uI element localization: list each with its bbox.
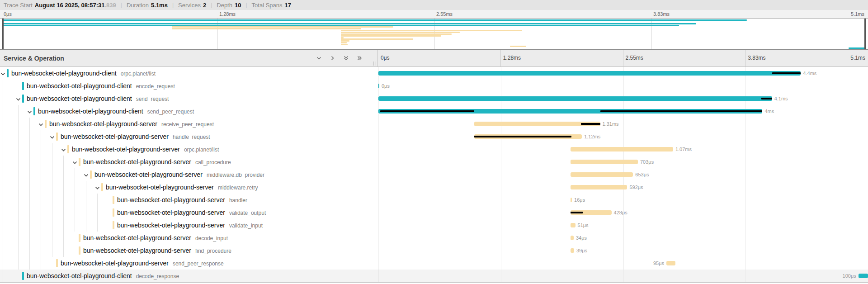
indent-guide <box>52 206 52 219</box>
span-bar[interactable] <box>571 160 638 164</box>
span-row[interactable]: bun-websocket-otel-playground-servercall… <box>0 156 868 168</box>
span-name: bun-websocket-otel-playground-serverhand… <box>61 130 210 143</box>
indent-guide <box>29 232 30 244</box>
span-row[interactable]: bun-websocket-otel-playground-clientenco… <box>0 80 868 92</box>
span-row[interactable]: bun-websocket-otel-playground-clientdeco… <box>0 270 868 282</box>
collapse-chevron-icon[interactable] <box>72 159 78 167</box>
double-chevron-down-icon[interactable] <box>343 55 349 62</box>
span-row-timeline-cell: 4.1ms <box>378 92 868 105</box>
span-row[interactable]: bun-websocket-otel-playground-servervali… <box>0 206 868 219</box>
timeline-gridline <box>623 80 624 92</box>
span-row[interactable]: bun-websocket-otel-playground-servermidd… <box>0 168 868 181</box>
span-row[interactable]: bun-websocket-otel-playground-serverrece… <box>0 118 868 130</box>
indent-guide <box>3 270 3 282</box>
span-row[interactable]: bun-websocket-otel-playground-serversend… <box>0 257 868 270</box>
collapse-chevron-icon[interactable] <box>27 109 33 117</box>
span-duration-label: 4ms <box>764 105 774 118</box>
service-name: bun-websocket-otel-playground-server <box>106 184 214 191</box>
span-row[interactable]: bun-websocket-otel-playground-servervali… <box>0 219 868 232</box>
span-bar[interactable] <box>378 84 379 88</box>
indent-guide <box>63 232 64 244</box>
timeline-gridline <box>745 219 746 232</box>
column-resizer-handle[interactable] <box>373 62 376 66</box>
span-row[interactable]: bun-websocket-otel-playground-serverorpc… <box>0 143 868 156</box>
collapse-chevron-icon[interactable] <box>38 121 44 129</box>
span-row[interactable]: bun-websocket-otel-playground-clientorpc… <box>0 67 868 80</box>
operation-name: validate_input <box>229 222 263 229</box>
timeline-gridline <box>745 232 746 244</box>
trace-start-label: Trace Start <box>4 2 33 9</box>
span-row-name-cell: bun-websocket-otel-playground-serversend… <box>0 257 378 270</box>
span-row[interactable]: bun-websocket-otel-playground-clientsend… <box>0 105 868 118</box>
span-bar[interactable] <box>378 96 772 101</box>
timeline-gridline <box>745 206 746 219</box>
span-bar[interactable] <box>378 71 801 76</box>
span-bar[interactable] <box>571 236 574 240</box>
double-chevron-right-icon[interactable] <box>357 55 363 62</box>
critical-path-segment <box>600 110 763 112</box>
span-row[interactable]: bun-websocket-otel-playground-serverfind… <box>0 244 868 257</box>
operation-name: middleware.retry <box>218 185 258 191</box>
timeline-tick-label: 0μs <box>381 55 390 61</box>
span-row-name-cell: bun-websocket-otel-playground-clientdeco… <box>0 270 378 282</box>
service-name: bun-websocket-otel-playground-client <box>27 82 132 90</box>
minimap-right-scrubber-handle[interactable] <box>864 19 866 49</box>
span-bar[interactable] <box>571 248 574 253</box>
minimap-left-scrubber-handle[interactable] <box>2 19 4 49</box>
span-row[interactable]: bun-websocket-otel-playground-servermidd… <box>0 181 868 194</box>
minimap-span-bar <box>3 19 747 21</box>
collapse-chevron-icon[interactable] <box>49 134 55 142</box>
span-duration-label: 703μs <box>640 156 654 168</box>
minimap-span-bar <box>341 42 347 43</box>
span-bar[interactable] <box>571 147 673 151</box>
span-duration-label: 4.4ms <box>803 67 816 80</box>
span-bar[interactable] <box>666 261 675 265</box>
span-duration-label: 1.12ms <box>584 130 600 143</box>
span-duration-label: 592μs <box>629 181 643 194</box>
span-color-bar <box>90 170 92 179</box>
collapse-chevron-icon[interactable] <box>83 172 89 180</box>
span-row-timeline-cell: 39μs <box>378 244 868 257</box>
minimap-tick-label: 2.55ms <box>436 11 453 17</box>
indent-guide <box>3 194 3 206</box>
span-bar[interactable] <box>571 185 627 189</box>
timeline-gridline <box>623 257 624 270</box>
operation-name: find_procedure <box>195 248 231 254</box>
span-name: bun-websocket-otel-playground-serverdeco… <box>83 232 228 244</box>
span-bar[interactable] <box>859 274 868 278</box>
span-row[interactable]: bun-websocket-otel-playground-serverdeco… <box>0 232 868 244</box>
minimap-span-bar <box>3 23 696 24</box>
span-row-name-cell: bun-websocket-otel-playground-serverhand… <box>0 194 378 206</box>
span-row[interactable]: bun-websocket-otel-playground-serverhand… <box>0 194 868 206</box>
collapse-chevron-icon[interactable] <box>15 96 21 104</box>
span-bar[interactable] <box>571 223 576 227</box>
span-row[interactable]: bun-websocket-otel-playground-clientsend… <box>0 92 868 105</box>
collapse-chevron-icon[interactable] <box>0 71 6 79</box>
indent-guide <box>29 156 30 168</box>
span-bar[interactable] <box>571 172 633 177</box>
indent-guide <box>18 194 19 206</box>
collapse-chevron-icon[interactable] <box>61 147 66 155</box>
span-bar[interactable] <box>571 198 572 202</box>
critical-path-segment <box>380 110 474 112</box>
timeline-gridline <box>501 181 501 194</box>
span-row-timeline-cell: 4ms <box>378 105 868 118</box>
span-duration-label: 51μs <box>578 219 589 232</box>
operation-name: decode_response <box>136 273 179 279</box>
timeline-gridline <box>745 118 746 130</box>
span-table-header: Service & Operation 0μs1.28ms2.55ms3.83m… <box>0 50 868 67</box>
indent-guide <box>75 181 75 194</box>
span-row[interactable]: bun-websocket-otel-playground-serverhand… <box>0 130 868 143</box>
timeline-gridline <box>623 232 624 244</box>
span-row-name-cell: bun-websocket-otel-playground-serverfind… <box>0 244 378 257</box>
collapse-chevron-icon[interactable] <box>94 185 100 193</box>
indent-guide <box>41 244 41 257</box>
minimap-canvas[interactable] <box>0 18 868 50</box>
span-color-bar <box>45 120 47 128</box>
chevron-right-icon[interactable] <box>330 55 336 62</box>
timeline-gridline <box>745 168 746 181</box>
minimap-span-bar <box>341 30 522 31</box>
chevron-down-icon[interactable] <box>316 55 322 62</box>
operation-name: orpc.planet/list <box>121 71 156 77</box>
indent-guide <box>29 257 30 270</box>
